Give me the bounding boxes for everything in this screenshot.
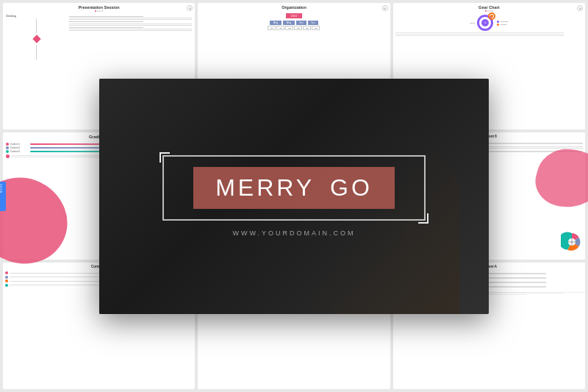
sub2: Op [276, 26, 284, 30]
gi-dot2 [6, 146, 9, 149]
slide1-line6 [69, 30, 192, 31]
slide2-dept-row: Mktg Mktg Stor Stor [198, 21, 390, 25]
slide3-title: Gear Chart [393, 3, 585, 10]
bl-dot2 [5, 276, 8, 279]
dot3 [99, 10, 101, 12]
gear-dot2 [487, 10, 489, 12]
gi-label3: Content 3 [10, 150, 29, 153]
slide1-content: Climbing [3, 13, 195, 61]
sub6: Op [312, 26, 320, 30]
gear-circles: ⚙ [477, 15, 493, 31]
slide1-line3 [69, 24, 192, 24]
slide1-title: Presentation Session [3, 3, 195, 10]
pie-svg [561, 231, 583, 253]
sidebar-tab-label: MORE [0, 182, 3, 194]
dept1: Mktg [270, 21, 282, 25]
dept4: Stor [308, 21, 318, 25]
slide1-vline2 [36, 45, 37, 60]
slide1-step1 [69, 16, 143, 17]
slide1-line1 [69, 18, 192, 18]
gear-text-lines [393, 31, 585, 38]
gear-dot1 [485, 10, 487, 12]
sub4: Op [294, 26, 302, 30]
gear-circle-large: ⚙ [477, 15, 493, 31]
main-title-bg: MERRY GO [193, 167, 395, 209]
dot2 [97, 10, 98, 12]
slide3-gear-area: Others ⚙ Presentation [393, 15, 585, 31]
bl-dot3 [5, 279, 8, 282]
gear-line2 [395, 34, 564, 35]
gear-legend-item2: Slideshow [497, 24, 508, 26]
slide1-diamond [32, 35, 40, 43]
slide1-dots [3, 10, 195, 12]
gear-legend-dot1 [497, 21, 499, 23]
slide1-climbing-label: Climbing [6, 15, 67, 18]
slide3-dots [393, 10, 585, 12]
gear-dot3 [490, 10, 491, 12]
sub3: Op [285, 26, 293, 30]
gear-line3 [395, 35, 564, 36]
slide1-step3 [69, 27, 143, 28]
main-title-part2: GO [330, 174, 373, 201]
gear-label-others: Others [470, 22, 476, 24]
gi-label2: Content 2 [10, 146, 29, 149]
main-subtitle: WWW.YOURDOMAIN.COM [233, 229, 356, 237]
gi-dot3 [6, 150, 9, 153]
bl-dot1 [5, 271, 8, 274]
gear-legend-label1: Presentation [500, 21, 508, 22]
slide1-left: Climbing [6, 15, 67, 60]
slide2-ceo-row: CEO [198, 12, 390, 20]
gear-inner-small [490, 15, 493, 18]
sub1: Op [268, 26, 276, 30]
gear-legend-dot2 [497, 24, 499, 26]
slide1-vline [36, 18, 37, 33]
main-title-part1: MERRY [215, 174, 315, 201]
dot4 [101, 10, 103, 12]
grad-circle-icon [6, 154, 10, 158]
slide1-right [69, 15, 192, 60]
gi-label1: Content 1 [10, 143, 29, 146]
main-title-box: MERRY GO [162, 155, 426, 221]
gi-dot1 [6, 143, 9, 146]
main-slide-content: MERRY GO WWW.YOURDOMAIN.COM [99, 79, 489, 314]
gear-inner-large: ⚙ [481, 19, 489, 26]
gear-legend: Presentation Slideshow [497, 21, 508, 26]
gear-legend-item1: Presentation [497, 21, 508, 23]
dot1 [95, 10, 96, 12]
slide-org-menu[interactable] [382, 5, 388, 11]
gear-labels-left: Others [470, 22, 476, 24]
gear-icon-large: ⚙ [484, 21, 487, 24]
bl-dot4 [5, 284, 8, 287]
slide1-step2 [69, 21, 143, 22]
rmd-pie [561, 231, 583, 256]
dept2: Mktg [283, 21, 295, 25]
gear-legend-label2: Slideshow [500, 24, 506, 25]
gear-circle-small [488, 13, 495, 20]
gear-line1 [395, 32, 564, 33]
slide-gear-menu[interactable] [577, 5, 583, 11]
main-title: MERRY GO [215, 174, 373, 202]
gear-dot4 [492, 10, 493, 12]
slide2-title: Organization [198, 3, 390, 10]
slide1-line2 [69, 19, 192, 20]
sidebar-tab[interactable]: MORE [0, 182, 6, 211]
slide1-line4 [69, 25, 192, 26]
main-slide: MERRY GO WWW.YOURDOMAIN.COM [99, 79, 489, 314]
sub5: Op [303, 26, 311, 30]
slide1-line5 [69, 29, 192, 29]
slide2-sub-row: Op Op Op Op Op Op [198, 26, 390, 30]
dept3: Stor [296, 21, 306, 25]
slide2-ceo: CEO [286, 13, 302, 18]
